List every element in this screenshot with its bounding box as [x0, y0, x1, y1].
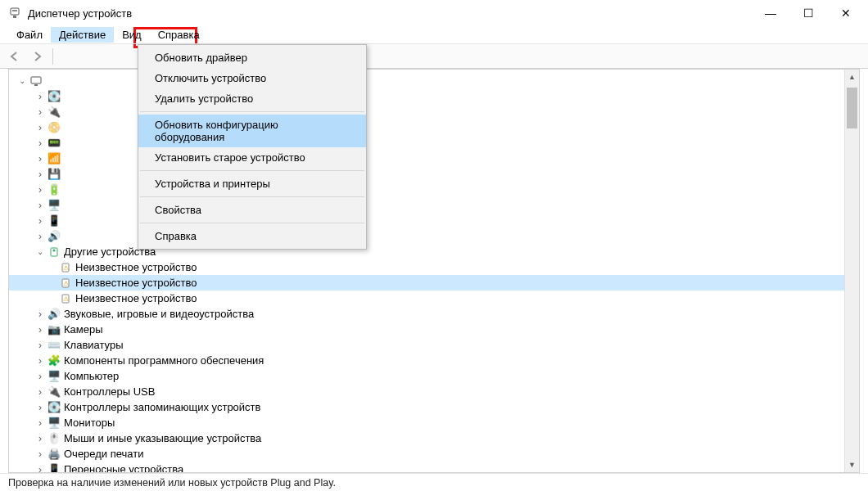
menu-properties[interactable]: Свойства	[138, 200, 366, 220]
tree-unknown-device[interactable]: ⚠ Неизвестное устройство	[9, 259, 844, 275]
tree-unknown-device-selected[interactable]: ⚠ Неизвестное устройство	[9, 275, 844, 291]
expander-icon[interactable]	[34, 184, 47, 196]
scroll-down-button[interactable]: ▼	[845, 457, 859, 472]
tree-mice[interactable]: 🖱️Мыши и иные указывающие устройства	[9, 430, 844, 446]
tree-unknown-device[interactable]: ⚠ Неизвестное устройство	[9, 291, 844, 306]
scroll-up-button[interactable]: ▲	[845, 70, 859, 84]
svg-point-6	[53, 249, 56, 251]
menu-help[interactable]: Справка	[150, 27, 208, 43]
vertical-scrollbar[interactable]: ▲ ▼	[844, 70, 859, 472]
tree-storage[interactable]: 💽Контроллеры запоминающих устройств	[9, 399, 844, 415]
menu-bar: Файл Действие Вид Справка	[0, 26, 868, 44]
tree-node[interactable]: 💾	[9, 166, 844, 182]
menu-update-driver[interactable]: Обновить драйвер	[138, 47, 366, 68]
unknown-device-icon: ⚠	[58, 277, 73, 290]
node-label: Компоненты программного обеспечения	[64, 354, 264, 367]
tree-node[interactable]: 💽	[9, 88, 844, 104]
tree-node[interactable]: 📱	[9, 213, 844, 228]
menu-scan-hardware[interactable]: Обновить конфигурацию оборудования	[138, 115, 366, 147]
menu-add-legacy[interactable]: Установить старое устройство	[138, 147, 366, 168]
menu-file[interactable]: Файл	[8, 27, 51, 43]
expander-icon[interactable]	[34, 247, 47, 256]
maximize-button[interactable]: ☐	[789, 0, 827, 26]
node-label: Контроллеры USB	[64, 385, 155, 398]
expander-icon[interactable]	[34, 340, 47, 351]
tree-node[interactable]: 📟	[9, 135, 844, 151]
menu-uninstall-device[interactable]: Удалить устройство	[138, 88, 366, 109]
window-title: Диспетчер устройств	[28, 7, 752, 20]
tree-node[interactable]: 🔋	[9, 182, 844, 197]
expander-icon[interactable]	[34, 137, 47, 149]
device-icon: 📶	[47, 152, 61, 165]
tree-keyboards[interactable]: ⌨️Клавиатуры	[9, 337, 844, 353]
svg-rect-4	[34, 84, 38, 86]
expander-icon[interactable]	[34, 309, 47, 320]
scroll-thumb[interactable]	[847, 88, 857, 128]
expander-icon[interactable]	[34, 448, 47, 460]
expander-icon[interactable]	[34, 106, 47, 118]
tree-portable[interactable]: 📱Переносные устройства	[9, 462, 844, 472]
portable-icon: 📱	[47, 463, 61, 473]
sound-icon: 🔊	[47, 308, 61, 321]
expander-icon[interactable]	[34, 355, 47, 367]
menu-devices-printers[interactable]: Устройства и принтеры	[138, 173, 366, 194]
menu-dropdown-help[interactable]: Справка	[138, 226, 366, 246]
expander-icon[interactable]	[34, 91, 47, 102]
tree-computer[interactable]: 🖥️Компьютер	[9, 368, 844, 384]
tree-node[interactable]: 📀	[9, 119, 844, 135]
computer-icon	[29, 74, 43, 88]
tree-sound[interactable]: 🔊Звуковые, игровые и видеоустройства	[9, 306, 844, 322]
tree-software-components[interactable]: 🧩Компоненты программного обеспечения	[9, 353, 844, 368]
node-label: Звуковые, игровые и видеоустройства	[64, 308, 254, 320]
expander-icon[interactable]	[34, 215, 47, 227]
other-devices-icon	[47, 246, 61, 259]
menu-action[interactable]: Действие	[51, 27, 114, 43]
node-label: Неизвестное устройство	[75, 261, 197, 273]
device-tree[interactable]: 💽 🔌 📀 📟 📶 💾 🔋 🖥️ 📱 🔊 Другие устройства ⚠…	[9, 70, 844, 472]
status-bar: Проверка на наличие изменений или новых …	[0, 473, 868, 491]
tree-monitors[interactable]: 🖥️Мониторы	[9, 415, 844, 430]
expander-icon[interactable]	[34, 417, 47, 429]
expander-icon[interactable]	[34, 153, 47, 164]
menu-separator	[140, 111, 364, 112]
svg-text:⚠: ⚠	[63, 280, 69, 287]
node-label: Очереди печати	[64, 448, 144, 460]
tree-node[interactable]: 🔌	[9, 104, 844, 119]
node-label: Камеры	[64, 323, 103, 336]
expander-icon[interactable]	[34, 231, 47, 242]
tree-node[interactable]: 🔊	[9, 228, 844, 244]
menu-view[interactable]: Вид	[114, 27, 150, 43]
forward-button[interactable]	[28, 47, 47, 66]
tree-other-devices[interactable]: Другие устройства	[9, 244, 844, 259]
menu-separator	[140, 223, 364, 223]
expander-icon[interactable]	[34, 464, 47, 473]
node-label: Компьютер	[64, 370, 119, 382]
expander-icon[interactable]	[34, 324, 47, 336]
tree-cameras[interactable]: 📷Камеры	[9, 322, 844, 337]
menu-disable-device[interactable]: Отключить устройство	[138, 68, 366, 88]
expander-icon[interactable]	[34, 169, 47, 180]
tree-usb[interactable]: 🔌Контроллеры USB	[9, 384, 844, 399]
tree-root[interactable]	[9, 73, 844, 88]
expander-icon[interactable]	[34, 122, 47, 133]
minimize-button[interactable]: —	[752, 0, 789, 26]
action-dropdown: Обновить драйвер Отключить устройство Уд…	[138, 44, 367, 250]
tree-node[interactable]: 🖥️	[9, 197, 844, 213]
node-label: Клавиатуры	[64, 339, 124, 351]
tree-node[interactable]: 📶	[9, 151, 844, 166]
expander-icon[interactable]	[34, 386, 47, 398]
tree-print-queues[interactable]: 🖨️Очереди печати	[9, 446, 844, 462]
device-icon: 📱	[47, 214, 61, 227]
expander-icon[interactable]	[34, 402, 47, 413]
expander-icon[interactable]	[34, 371, 47, 382]
back-button[interactable]	[5, 47, 25, 66]
expander-icon[interactable]	[34, 200, 47, 211]
expander-icon[interactable]	[16, 76, 29, 85]
computer-icon: 🖥️	[47, 370, 61, 383]
expander-icon[interactable]	[34, 433, 47, 444]
menu-separator	[140, 196, 364, 197]
device-icon: 🖥️	[47, 199, 61, 212]
svg-rect-2	[13, 16, 16, 18]
close-button[interactable]: ✕	[827, 0, 865, 26]
device-icon: 🔌	[47, 106, 61, 119]
